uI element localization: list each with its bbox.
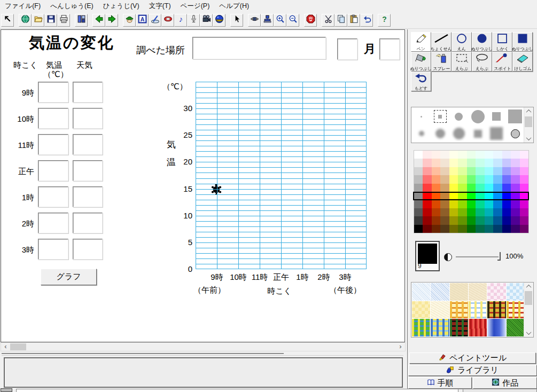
palette-purple-3[interactable] [511, 175, 519, 183]
palette-gray-1[interactable] [414, 159, 423, 167]
palette-magenta-9[interactable] [520, 225, 528, 233]
palette-spring-green-3[interactable] [476, 175, 484, 183]
actor-button[interactable] [123, 14, 136, 27]
temp-input-9時[interactable] [38, 82, 68, 103]
menu-item-view[interactable]: ひょうじ(V) [98, 0, 144, 12]
palette-orange-0[interactable] [432, 151, 440, 159]
brush-circle-25[interactable] [469, 108, 487, 125]
palette-yellow-5[interactable] [449, 192, 458, 200]
palette-magenta-3[interactable] [520, 175, 528, 183]
help-icon-button[interactable]: ? [378, 14, 391, 27]
palette-orange-2[interactable] [432, 167, 440, 175]
pattern-orange-plaid[interactable] [450, 301, 468, 319]
menu-item-text[interactable]: 文字(T) [144, 0, 176, 12]
ball-button[interactable] [213, 14, 225, 27]
palette-blue-8[interactable] [502, 216, 511, 224]
palette-yellow-green-5[interactable] [458, 192, 466, 200]
palette-azure-1[interactable] [493, 159, 502, 167]
palette-brown-8[interactable] [440, 216, 449, 224]
undo-button[interactable] [360, 14, 373, 27]
tool-circle-filled-button[interactable]: ぬりつぶし [472, 32, 492, 52]
weather-input-3時[interactable] [73, 239, 103, 260]
palette-red-7[interactable] [423, 208, 431, 216]
palette-cyan-9[interactable] [485, 225, 493, 233]
palette-green-6[interactable] [467, 200, 476, 208]
palette-azure-6[interactable] [493, 200, 502, 208]
palette-green-5[interactable] [467, 192, 476, 200]
palette-gray-0[interactable] [414, 151, 423, 159]
weather-input-9時[interactable] [73, 82, 103, 103]
temp-input-2時[interactable] [38, 213, 68, 233]
palette-magenta-7[interactable] [520, 208, 528, 216]
palette-blue-7[interactable] [502, 208, 511, 216]
back-arrow-button[interactable] [92, 14, 105, 27]
palette-red-5[interactable] [423, 192, 431, 200]
pattern-beige-texture[interactable] [450, 283, 468, 301]
palette-yellow-green-1[interactable] [458, 159, 466, 167]
month-input[interactable] [337, 38, 357, 60]
palette-magenta-2[interactable] [520, 167, 528, 175]
brush-scrollbar[interactable] [524, 107, 533, 143]
brush-square-soft-24[interactable] [487, 125, 506, 142]
palette-brown-4[interactable] [440, 184, 449, 192]
cursor-button[interactable] [230, 14, 243, 27]
palette-green-9[interactable] [467, 225, 476, 233]
tool-spray-button[interactable]: スプレー [431, 52, 452, 72]
open-folder-button[interactable] [32, 14, 44, 27]
palette-blue-4[interactable] [502, 184, 511, 192]
palette-magenta-4[interactable] [520, 184, 528, 192]
palette-red-2[interactable] [423, 167, 431, 175]
palette-spring-green-9[interactable] [476, 225, 484, 233]
palette-azure-7[interactable] [493, 208, 502, 216]
palette-red-4[interactable] [423, 184, 431, 192]
palette-blue-3[interactable] [502, 175, 511, 183]
pattern-speckle-blue[interactable] [431, 283, 449, 301]
button-red-button[interactable] [161, 14, 174, 27]
palette-purple-0[interactable] [511, 151, 519, 159]
palette-cyan-2[interactable] [485, 167, 493, 175]
pattern-pale-yellow-checker[interactable] [412, 301, 430, 319]
palette-brown-5[interactable] [440, 192, 449, 200]
palette-yellow-green-7[interactable] [458, 208, 466, 216]
scroll-down-icon[interactable] [524, 329, 533, 337]
pattern-speckle-lightblue[interactable] [412, 283, 430, 301]
palette-yellow-green-3[interactable] [458, 175, 466, 183]
palette-purple-7[interactable] [511, 208, 519, 216]
paint-tool-button[interactable]: ペイントツール [409, 352, 536, 364]
palette-spring-green-1[interactable] [476, 159, 484, 167]
palette-brown-7[interactable] [440, 208, 449, 216]
tool-undo-stroke-button[interactable]: もどす [411, 72, 431, 91]
palette-azure-8[interactable] [493, 216, 502, 224]
palette-yellow-green-9[interactable] [458, 225, 466, 233]
tool-circle-outline-button[interactable]: えん [452, 32, 472, 52]
palette-spring-green-5[interactable] [476, 192, 484, 200]
pattern-yellow-blue-gingham[interactable] [469, 301, 487, 319]
tool-pen-button[interactable]: ペン [411, 32, 431, 52]
palette-magenta-1[interactable] [520, 159, 528, 167]
palette-gray-4[interactable] [414, 184, 423, 192]
menu-item-help[interactable]: ヘルプ(H) [214, 0, 254, 12]
palette-yellow-2[interactable] [449, 167, 458, 175]
palette-orange-9[interactable] [432, 225, 440, 233]
palette-orange-3[interactable] [432, 175, 440, 183]
palette-cyan-6[interactable] [485, 200, 493, 208]
palette-blue-5[interactable] [502, 192, 511, 200]
palette-gray-7[interactable] [414, 208, 423, 216]
tool-select-lasso-button[interactable]: えらぶ [472, 52, 492, 72]
palette-yellow-3[interactable] [449, 175, 458, 183]
brush-circle-15[interactable] [449, 108, 468, 125]
palette-yellow-6[interactable] [449, 200, 458, 208]
zoom-in-button[interactable] [274, 14, 286, 27]
palette-orange-4[interactable] [432, 184, 440, 192]
palette-brown-0[interactable] [440, 151, 449, 159]
palette-orange-5[interactable] [432, 192, 440, 200]
palette-gray-9[interactable] [414, 225, 423, 233]
palette-purple-6[interactable] [511, 200, 519, 208]
restore-pointer-button[interactable] [1, 14, 14, 27]
palette-purple-9[interactable] [511, 225, 519, 233]
palette-blue-1[interactable] [502, 159, 511, 167]
palette-spring-green-6[interactable] [476, 200, 484, 208]
palette-yellow-1[interactable] [449, 159, 458, 167]
palette-blue-6[interactable] [502, 200, 511, 208]
copy-button[interactable] [334, 14, 347, 27]
